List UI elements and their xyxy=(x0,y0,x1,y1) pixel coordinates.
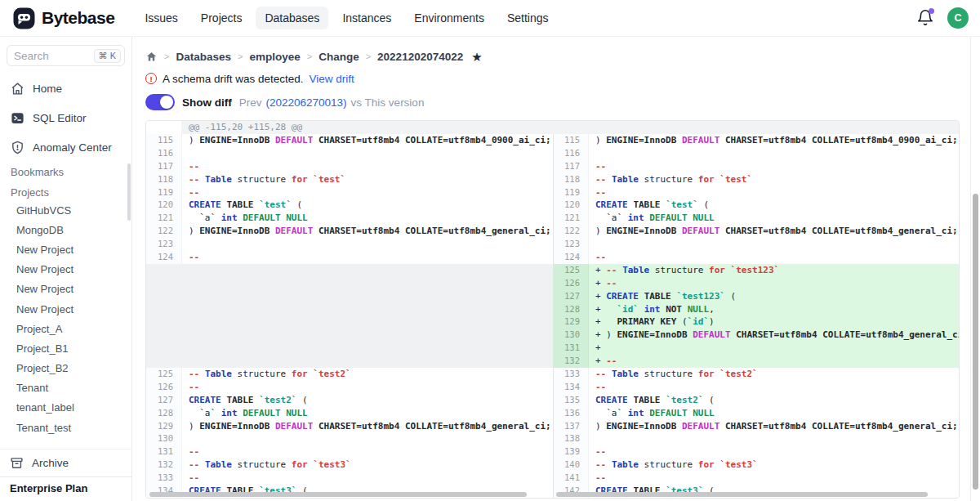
sidebar-project-tenant-label[interactable]: tenant_label xyxy=(7,398,125,418)
code-line: -- Table structure for `test2` xyxy=(182,368,553,381)
sidebar-project-new-project[interactable]: New Project xyxy=(7,239,125,259)
diff-row: 131+ xyxy=(146,342,959,355)
breadcrumb-home-icon[interactable] xyxy=(145,51,158,63)
code-line: -- Table structure for `test` xyxy=(182,173,553,186)
sidebar-project-tenant-test[interactable]: Tenant_test xyxy=(7,418,125,437)
breadcrumb-item[interactable]: employee xyxy=(249,51,300,63)
nav-item-databases[interactable]: Databases xyxy=(256,7,328,29)
diff-row: 128+ `id` int NOT NULL, xyxy=(146,303,959,316)
diff-row: 117--117-- xyxy=(146,160,959,173)
alert-text: A schema drift was detected. xyxy=(163,73,304,85)
code-line: + -- xyxy=(589,277,960,290)
sidebar-project-project-a[interactable]: Project_A xyxy=(7,319,125,338)
code-line: ) ENGINE=InnoDB DEFAULT CHARSET=utf8mb4 … xyxy=(589,420,960,433)
code-line xyxy=(589,432,960,445)
nav-item-environments[interactable]: Environments xyxy=(405,7,493,29)
sidebar-project-project-b1[interactable]: Project_B1 xyxy=(7,338,125,358)
sidebar-project-tenant[interactable]: Tenant xyxy=(7,378,125,398)
line-number: 133 xyxy=(553,368,589,381)
brand[interactable]: Bytebase xyxy=(13,7,114,29)
sidebar-project-mongodb[interactable]: MongoDB xyxy=(7,220,125,239)
line-number: 123 xyxy=(146,238,182,251)
page-scrollbar[interactable] xyxy=(970,37,980,501)
code-line: + CREATE TABLE `test123` ( xyxy=(589,290,960,303)
diff-row: 125+ -- Table structure for `test123` xyxy=(146,264,959,277)
left-pane-hscrollbar[interactable] xyxy=(149,492,548,497)
line-number: 116 xyxy=(553,147,589,160)
notification-dot xyxy=(929,8,934,14)
diff-row: 119--119-- xyxy=(146,186,959,199)
breadcrumb: >Databases>employee>Change>2022120207402… xyxy=(145,47,980,65)
line-number: 126 xyxy=(553,277,589,290)
sidebar-project-tenanttidb[interactable]: TenantTiDB xyxy=(7,437,125,444)
diff-toggle-row: Show diff Prev (202206270013) vs This ve… xyxy=(145,93,980,111)
nav-item-settings[interactable]: Settings xyxy=(498,7,558,29)
sidebar-section-bookmarks: Bookmarks xyxy=(7,159,125,180)
show-diff-toggle[interactable] xyxy=(145,94,175,110)
line-number xyxy=(146,303,182,316)
code-line: -- xyxy=(182,251,553,264)
avatar[interactable]: C xyxy=(947,7,969,29)
diff-row: 127CREATE TABLE `test2` (135CREATE TABLE… xyxy=(146,394,959,407)
bookmark-star-icon[interactable]: ★ xyxy=(471,51,482,63)
sidebar-project-new-project[interactable]: New Project xyxy=(7,280,125,299)
diff-row: 126--134-- xyxy=(146,381,959,394)
breadcrumb-item[interactable]: 20221202074022 xyxy=(377,51,463,63)
nav-item-issues[interactable]: Issues xyxy=(136,7,186,29)
diff-row: 129+ PRIMARY KEY (`id`) xyxy=(146,315,959,329)
code-line xyxy=(182,342,553,355)
sidebar-item-label: Home xyxy=(33,83,62,95)
breadcrumb-separator: > xyxy=(307,51,312,61)
line-number: 117 xyxy=(553,160,589,173)
code-line: + -- xyxy=(589,355,960,368)
nav-item-projects[interactable]: Projects xyxy=(192,7,252,29)
line-number: 120 xyxy=(553,199,589,212)
sidebar-project-new-project[interactable]: New Project xyxy=(7,260,125,280)
view-drift-link[interactable]: View drift xyxy=(310,73,354,85)
line-number: 125 xyxy=(146,368,182,381)
line-number: 131 xyxy=(553,342,589,355)
line-number: 115 xyxy=(553,134,589,147)
sidebar-project-githubvcs[interactable]: GitHubVCS xyxy=(7,200,125,220)
code-line: -- Table structure for `test3` xyxy=(182,459,553,472)
code-line: `a` int DEFAULT NULL xyxy=(182,212,553,225)
line-number: 120 xyxy=(146,199,182,212)
plan-badge: Enterprise Plan xyxy=(0,476,131,501)
search-input[interactable]: Search ⌘ K xyxy=(7,45,125,66)
breadcrumb-item[interactable]: Change xyxy=(318,51,359,63)
sidebar-project-project-b2[interactable]: Project_B2 xyxy=(7,359,125,378)
sidebar-item-home[interactable]: Home xyxy=(7,76,125,101)
line-number: 127 xyxy=(553,290,589,303)
code-line: ) ENGINE=InnoDB DEFAULT CHARSET=utf8mb4 … xyxy=(182,134,553,147)
code-line: + ) ENGINE=InnoDB DEFAULT CHARSET=utf8mb… xyxy=(589,329,960,342)
right-pane-hscrollbar[interactable] xyxy=(556,492,955,497)
code-line xyxy=(182,238,553,251)
code-line: + -- Table structure for `test123` xyxy=(589,264,960,277)
sidebar-item-sql-editor[interactable]: SQL Editor xyxy=(7,105,125,130)
line-number xyxy=(146,290,182,303)
bytebase-logo-icon xyxy=(13,7,35,29)
notifications-bell-icon[interactable] xyxy=(916,9,934,27)
nav-item-instances[interactable]: Instances xyxy=(333,7,400,29)
archive-label: Archive xyxy=(32,457,69,469)
line-number xyxy=(146,355,182,368)
line-number: 119 xyxy=(146,186,182,199)
code-line: -- xyxy=(589,160,960,173)
code-line: -- Table structure for `test` xyxy=(589,173,960,186)
line-number: 115 xyxy=(146,134,182,147)
terminal-icon xyxy=(10,110,24,125)
line-number: 121 xyxy=(553,212,589,225)
line-number: 127 xyxy=(146,394,182,407)
prev-version-link[interactable]: (202206270013) xyxy=(266,96,347,109)
sidebar-project-new-project[interactable]: New Project xyxy=(7,299,125,319)
diff-row: 130138 xyxy=(146,432,959,445)
sidebar-item-label: Anomaly Center xyxy=(33,141,112,154)
sidebar-item-archive[interactable]: Archive xyxy=(0,449,131,476)
code-line xyxy=(182,432,553,445)
line-number: 134 xyxy=(553,381,589,394)
breadcrumb-item[interactable]: Databases xyxy=(176,51,231,63)
sidebar-item-anomaly-center[interactable]: Anomaly Center xyxy=(7,135,125,159)
line-number: 118 xyxy=(553,173,589,186)
sidebar-scrollbar[interactable] xyxy=(127,163,131,221)
line-number: 130 xyxy=(146,432,182,445)
